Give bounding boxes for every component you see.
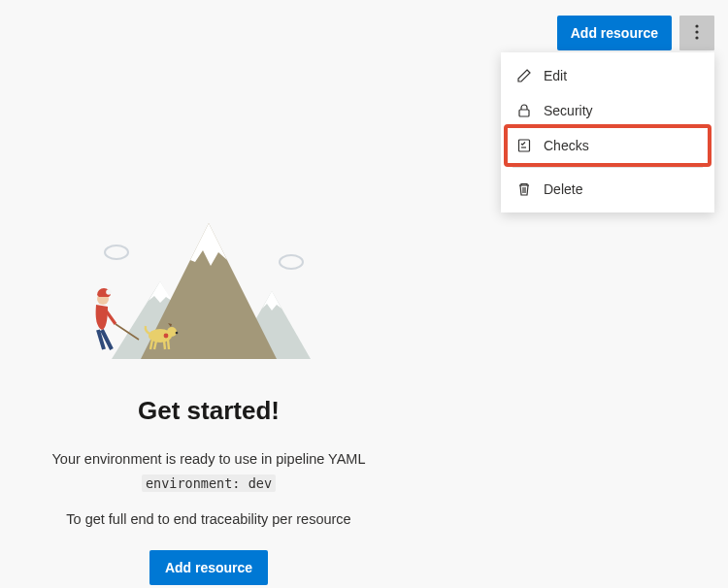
more-actions-menu: Edit Security Checks Delete bbox=[501, 52, 714, 212]
menu-divider bbox=[513, 167, 703, 168]
yaml-snippet: environment: dev bbox=[142, 474, 276, 492]
empty-state: Get started! Your environment is ready t… bbox=[0, 194, 417, 585]
svg-point-9 bbox=[176, 332, 179, 335]
svg-point-6 bbox=[280, 255, 303, 269]
menu-item-label: Security bbox=[544, 103, 593, 118]
menu-item-checks[interactable]: Checks bbox=[501, 128, 714, 163]
menu-item-security[interactable]: Security bbox=[501, 93, 714, 128]
menu-item-delete[interactable]: Delete bbox=[501, 172, 714, 207]
menu-item-label: Checks bbox=[544, 138, 589, 153]
svg-point-12 bbox=[106, 289, 112, 295]
empty-state-line2: To get full end to end traceability per … bbox=[0, 511, 417, 527]
svg-point-8 bbox=[167, 327, 177, 337]
svg-rect-3 bbox=[519, 110, 529, 116]
page-title: Get started! bbox=[0, 396, 417, 426]
menu-item-label: Delete bbox=[544, 181, 582, 197]
pencil-icon bbox=[516, 68, 532, 83]
checklist-icon bbox=[516, 138, 532, 153]
menu-item-edit[interactable]: Edit bbox=[501, 58, 714, 93]
menu-item-label: Edit bbox=[544, 68, 567, 83]
highlight-annotation bbox=[504, 124, 711, 167]
add-resource-button-center[interactable]: Add resource bbox=[149, 550, 268, 585]
svg-point-2 bbox=[695, 36, 698, 39]
svg-point-0 bbox=[695, 24, 698, 27]
add-resource-button[interactable]: Add resource bbox=[557, 16, 672, 50]
toolbar: Add resource bbox=[557, 16, 714, 50]
get-started-illustration bbox=[83, 194, 335, 369]
svg-rect-4 bbox=[519, 140, 530, 151]
lock-icon bbox=[516, 103, 532, 118]
more-actions-button[interactable] bbox=[679, 16, 714, 50]
svg-point-5 bbox=[105, 245, 128, 259]
empty-state-line1: Your environment is ready to use in pipe… bbox=[0, 449, 417, 470]
svg-point-10 bbox=[164, 334, 169, 339]
trash-icon bbox=[516, 181, 532, 197]
svg-point-1 bbox=[695, 30, 698, 33]
empty-state-code-line: environment: dev bbox=[0, 474, 417, 494]
more-vertical-icon bbox=[695, 24, 699, 43]
